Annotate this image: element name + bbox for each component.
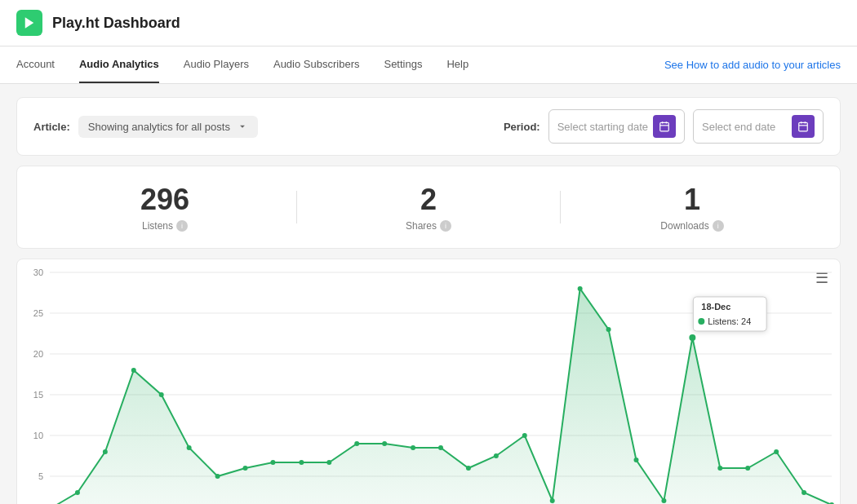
svg-point-24 — [270, 460, 275, 465]
app-header: Play.ht Dashboard — [0, 0, 857, 46]
downloads-info-icon[interactable]: i — [713, 220, 724, 232]
main-content: Article: Showing analytics for all posts… — [0, 84, 857, 504]
stat-listens: 296 Listens i — [33, 183, 296, 232]
article-label: Article: — [33, 121, 70, 133]
svg-rect-5 — [799, 122, 808, 131]
svg-point-28 — [382, 441, 387, 446]
chart-area: 30 25 20 15 10 5 0 18-Dec Listens: 24 25… — [50, 272, 832, 504]
svg-text:30: 30 — [33, 267, 43, 277]
downloads-label: Downloads i — [561, 220, 824, 232]
app-title: Play.ht Dashboard — [52, 15, 180, 32]
svg-point-21 — [187, 445, 192, 450]
chevron-down-icon — [237, 121, 248, 132]
svg-point-34 — [550, 498, 555, 503]
svg-rect-1 — [660, 122, 669, 131]
nav-account[interactable]: Account — [16, 46, 55, 83]
filter-bar: Article: Showing analytics for all posts… — [16, 97, 841, 156]
article-dropdown[interactable]: Showing analytics for all posts — [78, 116, 258, 138]
start-date-input[interactable]: Select starting date — [548, 109, 685, 144]
nav-help[interactable]: Help — [446, 46, 468, 83]
svg-point-19 — [131, 368, 136, 373]
svg-point-39 — [690, 335, 695, 340]
svg-point-26 — [326, 460, 331, 465]
svg-point-32 — [494, 453, 499, 458]
svg-point-22 — [215, 474, 220, 479]
svg-point-25 — [299, 460, 304, 465]
tooltip-listens: Listens: 24 — [708, 316, 751, 326]
svg-marker-0 — [25, 17, 34, 29]
svg-point-41 — [745, 466, 750, 471]
svg-point-30 — [438, 445, 443, 450]
svg-text:25: 25 — [33, 308, 43, 318]
shares-value: 2 — [297, 183, 560, 217]
calendar-icon-end — [797, 121, 809, 132]
svg-point-42 — [774, 449, 779, 454]
play-icon — [22, 15, 37, 30]
period-label: Period: — [504, 121, 540, 133]
svg-point-33 — [522, 433, 527, 438]
app-logo — [16, 10, 42, 36]
shares-label: Shares i — [297, 220, 560, 232]
start-calendar-icon — [653, 115, 676, 138]
calendar-icon — [659, 121, 670, 132]
period-filter: Period: Select starting date Select end … — [504, 109, 824, 144]
svg-point-31 — [466, 466, 471, 471]
svg-point-23 — [243, 466, 248, 471]
listens-info-icon[interactable]: i — [176, 220, 188, 232]
svg-point-20 — [159, 392, 164, 397]
nav-audio-analytics[interactable]: Audio Analytics — [79, 46, 159, 83]
listens-label: Listens i — [33, 220, 296, 232]
listens-value: 296 — [33, 183, 296, 217]
article-value: Showing analytics for all posts — [88, 121, 230, 133]
end-date-placeholder: Select end date — [702, 121, 787, 133]
nav-audio-subscribers[interactable]: Audio Subscribers — [273, 46, 360, 83]
svg-point-40 — [717, 466, 722, 471]
svg-point-29 — [411, 445, 415, 450]
article-filter: Article: Showing analytics for all posts — [33, 116, 258, 138]
svg-point-37 — [634, 458, 639, 462]
add-audio-link[interactable]: See How to add audio to your articles — [664, 59, 841, 71]
downloads-value: 1 — [561, 183, 824, 217]
svg-text:20: 20 — [33, 349, 43, 359]
chart-container: ☰ — [16, 259, 841, 504]
stat-shares: 2 Shares i — [297, 183, 560, 232]
start-date-placeholder: Select starting date — [557, 121, 648, 133]
end-calendar-icon — [792, 115, 815, 138]
stats-bar: 296 Listens i 2 Shares i 1 Downloads i — [16, 166, 841, 249]
nav-settings[interactable]: Settings — [384, 46, 422, 83]
svg-point-35 — [578, 286, 583, 291]
svg-point-52 — [698, 318, 704, 325]
svg-point-27 — [354, 441, 359, 446]
tooltip-date: 18-Dec — [701, 302, 730, 312]
stat-downloads: 1 Downloads i — [561, 183, 824, 232]
main-nav: Account Audio Analytics Audio Players Au… — [0, 46, 857, 84]
line-chart: 30 25 20 15 10 5 0 18-Dec Listens: 24 25… — [50, 272, 832, 504]
svg-point-36 — [606, 327, 611, 332]
svg-text:5: 5 — [38, 471, 43, 481]
nav-audio-players[interactable]: Audio Players — [184, 46, 249, 83]
svg-point-18 — [103, 449, 108, 454]
svg-point-43 — [801, 490, 806, 495]
shares-info-icon[interactable]: i — [440, 220, 451, 232]
end-date-input[interactable]: Select end date — [693, 109, 824, 144]
svg-text:10: 10 — [33, 431, 43, 440]
svg-point-38 — [661, 498, 666, 503]
svg-text:15: 15 — [33, 390, 43, 400]
svg-point-17 — [75, 490, 80, 495]
